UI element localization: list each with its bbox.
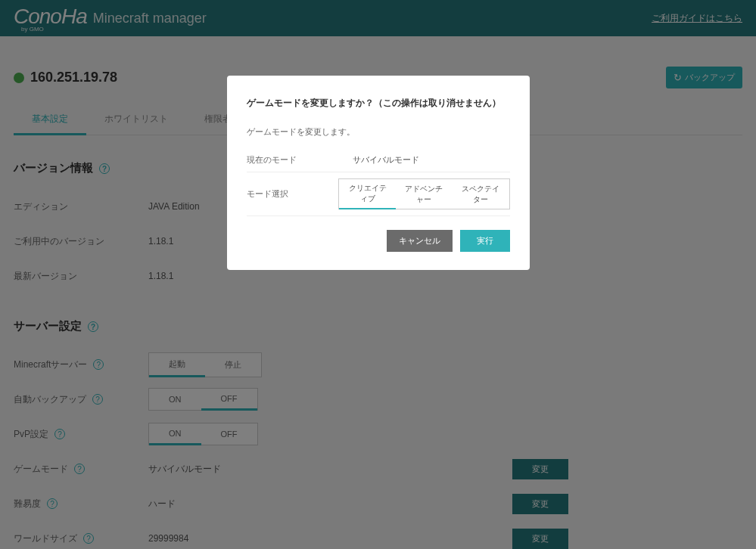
mode-adventure-button[interactable]: アドベンチャー <box>396 179 453 209</box>
mode-creative-button[interactable]: クリエイティブ <box>339 179 396 209</box>
execute-button[interactable]: 実行 <box>460 230 510 252</box>
modal-current-label: 現在のモード <box>247 154 353 166</box>
modal-current-row: 現在のモード サバイバルモード <box>247 148 510 172</box>
modal-title: ゲームモードを変更しますか？（この操作は取り消せません） <box>247 97 510 110</box>
modal-select-label: モード選択 <box>247 188 339 200</box>
mode-spectator-button[interactable]: スペクテイター <box>453 179 509 209</box>
modal-select-row: モード選択 クリエイティブ アドベンチャー スペクテイター <box>247 172 510 216</box>
modal-current-value: サバイバルモード <box>353 154 419 166</box>
mode-select-toggle: クリエイティブ アドベンチャー スペクテイター <box>338 178 509 209</box>
cancel-button[interactable]: キャンセル <box>387 230 453 252</box>
modal-overlay[interactable]: ゲームモードを変更しますか？（この操作は取り消せません） ゲームモードを変更しま… <box>0 0 756 549</box>
modal-actions: キャンセル 実行 <box>247 230 510 252</box>
gamemode-change-modal: ゲームモードを変更しますか？（この操作は取り消せません） ゲームモードを変更しま… <box>227 76 530 270</box>
modal-desc: ゲームモードを変更します。 <box>247 126 510 138</box>
